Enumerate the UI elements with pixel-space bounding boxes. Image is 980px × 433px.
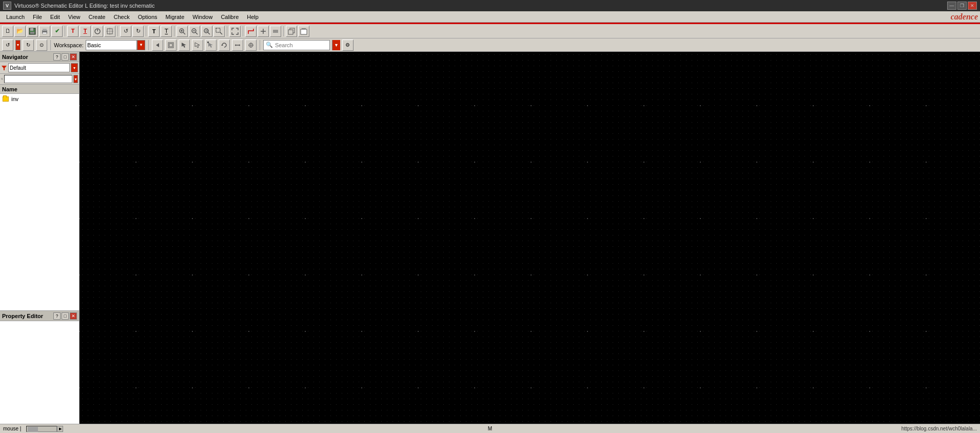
zoom-fit-icon: ⊞ bbox=[203, 28, 210, 35]
paste-icon bbox=[300, 28, 307, 35]
open-button[interactable]: 📂 bbox=[14, 26, 26, 37]
property-editor-controls: ? □ ✕ bbox=[53, 312, 77, 320]
sec-icon-btn-4[interactable] bbox=[192, 40, 203, 51]
secondary-toolbar: ↺ ▼ ↻ ⊙ Workspace: Basic ▼ bbox=[0, 38, 980, 52]
menu-file[interactable]: File bbox=[29, 13, 46, 21]
svg-line-22 bbox=[220, 32, 222, 34]
sec-icon-btn-6[interactable] bbox=[219, 40, 230, 51]
search-options-button[interactable]: ⚙ bbox=[342, 40, 354, 51]
menu-create[interactable]: Create bbox=[84, 13, 109, 21]
menu-help[interactable]: Help bbox=[243, 13, 263, 21]
canvas-grid bbox=[80, 52, 980, 424]
text-btn[interactable]: T bbox=[148, 26, 160, 37]
search-box: 🔍 bbox=[263, 40, 330, 50]
zoom-out-button[interactable] bbox=[189, 26, 200, 37]
restore-button[interactable]: ❐ bbox=[957, 2, 967, 10]
check-button[interactable]: ✔ bbox=[51, 26, 63, 37]
menu-edit[interactable]: Edit bbox=[46, 13, 64, 21]
search-input[interactable] bbox=[275, 42, 321, 48]
sec-icon-btn-7[interactable] bbox=[232, 40, 243, 51]
navigator-search: ▼ bbox=[0, 74, 79, 85]
svg-marker-37 bbox=[208, 43, 213, 48]
minimize-button[interactable]: — bbox=[947, 2, 956, 10]
sec-icon-btn-8[interactable] bbox=[245, 40, 257, 51]
svg-marker-46 bbox=[2, 66, 7, 70]
menu-options[interactable]: Options bbox=[134, 13, 162, 21]
navigator-controls: ? □ ✕ bbox=[53, 53, 77, 61]
separator-sec-3 bbox=[260, 40, 260, 50]
svg-rect-1 bbox=[30, 28, 33, 31]
pin-icon bbox=[260, 28, 267, 35]
sec-redo-icon: ↻ bbox=[26, 42, 30, 48]
navigator-item-inv[interactable]: inv bbox=[1, 95, 78, 103]
menu-launch[interactable]: Launch bbox=[2, 13, 29, 21]
save-button[interactable] bbox=[27, 26, 38, 37]
paste-button[interactable] bbox=[298, 26, 309, 37]
wire-button[interactable] bbox=[245, 26, 257, 37]
sec-icon-btn-5[interactable] bbox=[205, 40, 217, 51]
sec-icon-1: ⊙ bbox=[40, 42, 44, 48]
sec-undo-button[interactable]: ↺ bbox=[2, 40, 13, 51]
undo-dropdown-btn[interactable]: ▼ bbox=[15, 40, 21, 50]
svg-line-19 bbox=[208, 32, 210, 34]
horizontal-scrollbar[interactable] bbox=[26, 426, 57, 432]
zoom-box-button[interactable] bbox=[213, 26, 225, 37]
unknown-btn-1[interactable]: T bbox=[67, 26, 79, 37]
sec-icon-btn-3[interactable] bbox=[179, 40, 190, 51]
new-button[interactable]: 🗋 bbox=[2, 26, 13, 37]
fit-view-button[interactable] bbox=[229, 26, 241, 37]
pe-float-button[interactable]: □ bbox=[62, 312, 69, 320]
navigator-float-button[interactable]: □ bbox=[62, 53, 69, 61]
zoom-out-icon bbox=[191, 28, 198, 35]
menu-window[interactable]: Window bbox=[188, 13, 217, 21]
search-dropdown-button[interactable]: ▼ bbox=[332, 40, 340, 50]
sec-icon-btn-1[interactable] bbox=[152, 40, 163, 51]
zoom-in-button[interactable] bbox=[177, 26, 188, 37]
undo-icon: ↺ bbox=[124, 28, 128, 34]
navigator-close-button[interactable]: ✕ bbox=[70, 53, 77, 61]
menu-migrate[interactable]: Migrate bbox=[162, 13, 189, 21]
pe-help-button[interactable]: ? bbox=[53, 312, 61, 320]
menu-view[interactable]: View bbox=[64, 13, 85, 21]
scroll-right-btn[interactable]: ▶ bbox=[57, 426, 63, 432]
toggle-btn[interactable] bbox=[92, 26, 103, 37]
workspace-dropdown-button[interactable]: ▼ bbox=[137, 40, 145, 50]
sec-redo-button[interactable]: ↻ bbox=[23, 40, 34, 51]
text-btn-2[interactable]: T̲ bbox=[161, 26, 172, 37]
pe-close-button[interactable]: ✕ bbox=[70, 312, 77, 320]
undo-dropdown-arrow: ▼ bbox=[16, 43, 20, 47]
zoom-fit-button[interactable]: ⊞ bbox=[201, 26, 212, 37]
copy-button[interactable] bbox=[286, 26, 297, 37]
separator-sec-1 bbox=[50, 40, 51, 50]
canvas-area[interactable] bbox=[80, 52, 980, 424]
pin-button[interactable] bbox=[258, 26, 269, 37]
filter-value[interactable]: Default bbox=[8, 63, 70, 72]
app-logo-icon: V bbox=[3, 2, 11, 10]
undo-button[interactable]: ↺ bbox=[120, 26, 131, 37]
menu-calibre[interactable]: Calibre bbox=[217, 13, 243, 21]
separator-1 bbox=[65, 26, 65, 36]
svg-rect-34 bbox=[169, 44, 172, 47]
workspace-label: Workspace: bbox=[54, 42, 84, 48]
cadence-logo: cadence bbox=[951, 12, 978, 22]
redo-button[interactable]: ↻ bbox=[132, 26, 144, 37]
menu-check[interactable]: Check bbox=[109, 13, 133, 21]
undo-dropdown[interactable]: ▼ bbox=[15, 40, 21, 50]
workspace-select[interactable]: Basic bbox=[86, 40, 137, 50]
svg-marker-32 bbox=[156, 43, 159, 47]
navigator-help-button[interactable]: ? bbox=[53, 53, 61, 61]
sec-unknown-1[interactable]: ⊙ bbox=[36, 40, 47, 51]
status-center: M bbox=[488, 426, 492, 431]
fit-view-icon bbox=[231, 28, 239, 35]
separator-sec-2 bbox=[148, 40, 149, 50]
bus-button[interactable] bbox=[270, 26, 281, 37]
svg-rect-31 bbox=[301, 29, 307, 34]
print-button[interactable] bbox=[39, 26, 50, 37]
filter-dropdown-button[interactable]: ▼ bbox=[71, 63, 78, 72]
unknown-btn-2[interactable]: T bbox=[80, 26, 91, 37]
sec-icon-btn-2[interactable] bbox=[165, 40, 177, 51]
unknown-btn-3[interactable] bbox=[104, 26, 115, 37]
close-button[interactable]: ✕ bbox=[968, 2, 977, 10]
nav-search-dropdown[interactable]: ▼ bbox=[73, 75, 78, 83]
navigator-search-input[interactable] bbox=[4, 75, 72, 83]
